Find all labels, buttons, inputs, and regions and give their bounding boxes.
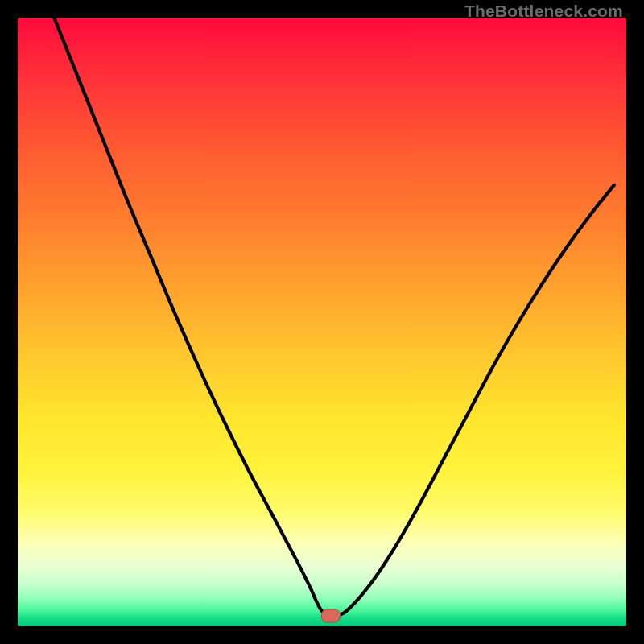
gradient-plot-area xyxy=(18,18,626,626)
chart-frame: TheBottleneck.com xyxy=(0,0,644,644)
optimum-marker xyxy=(321,609,341,623)
curve-path xyxy=(54,18,614,615)
bottleneck-curve xyxy=(18,18,626,626)
